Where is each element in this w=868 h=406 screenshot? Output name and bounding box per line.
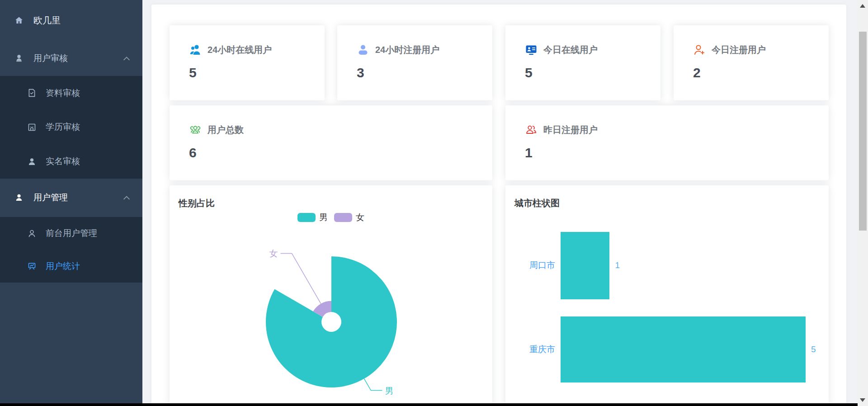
sidebar-item-profile-review[interactable]: 资料审核 — [0, 76, 142, 110]
stat-label: 24小时注册用户 — [375, 44, 439, 56]
pie-slice-male[interactable] — [266, 256, 397, 387]
gender-pie-svg[interactable]: 男 女 — [170, 185, 492, 406]
stat-label: 24小时在线用户 — [208, 44, 272, 56]
sidebar-item-label: 用户管理 — [33, 192, 113, 203]
sidebar-item-user-statistics[interactable]: 用户统计 — [0, 250, 142, 283]
stat-value: 6 — [170, 136, 492, 161]
building-icon — [27, 123, 37, 132]
user-icon — [357, 43, 369, 56]
stat-label: 今日在线用户 — [543, 44, 598, 56]
city-bar-chart-card[interactable]: 城市柱状图 周口市 1 重庆市 5 — [505, 185, 829, 406]
chevron-up-icon — [123, 196, 130, 200]
sidebar-item-user-review[interactable]: 用户审核 — [0, 41, 142, 76]
sidebar-item-label: 前台用户管理 — [46, 227, 97, 239]
scrollbar-thumb[interactable] — [859, 32, 867, 231]
user-icon — [27, 157, 37, 166]
users-outline-icon — [525, 123, 538, 136]
stat-value: 5 — [505, 56, 660, 80]
stat-label: 用户总数 — [208, 124, 244, 136]
app-title: 欧几里 — [33, 14, 61, 27]
sidebar-item-label: 实名审核 — [46, 156, 80, 167]
stat-value: 3 — [337, 56, 492, 80]
main-content-panel: 24小时在线用户 5 24小时注册用户 3 今日在线用户 5 — [151, 5, 846, 406]
bar-rect[interactable] — [561, 232, 609, 299]
bottom-edge-strip — [0, 403, 858, 406]
sidebar-item-realname-review[interactable]: 实名审核 — [0, 144, 142, 179]
bar-category-label: 周口市 — [505, 260, 555, 270]
stat-card-online-24h: 24小时在线用户 5 — [170, 25, 325, 100]
stat-label: 昨日注册用户 — [543, 124, 598, 136]
stat-label: 今日注册用户 — [712, 44, 766, 56]
stat-card-registered-yesterday: 昨日注册用户 1 — [505, 105, 829, 180]
sidebar: 欧几里 用户审核 资料审核 学历审核 — [0, 0, 142, 406]
users-outline-icon — [189, 123, 202, 136]
home-icon — [14, 16, 24, 25]
stat-value: 2 — [674, 56, 829, 80]
sidebar-item-front-user-management[interactable]: 前台用户管理 — [0, 217, 142, 250]
sidebar-item-label: 用户审核 — [33, 52, 113, 64]
user-add-icon — [693, 43, 706, 56]
pie-label-male: 男 — [385, 386, 394, 396]
stat-card-registered-today: 今日注册用户 2 — [674, 25, 829, 100]
scroll-down-arrow-icon[interactable] — [860, 398, 865, 402]
bar-value-label: 1 — [615, 260, 620, 270]
pie-labelline-male — [364, 379, 382, 391]
submenu-user-management: 前台用户管理 用户统计 — [0, 217, 142, 283]
submenu-user-review: 资料审核 学历审核 实名审核 — [0, 76, 142, 179]
sidebar-item-label: 资料审核 — [46, 87, 80, 99]
user-icon — [14, 193, 24, 202]
user-outline-icon — [27, 229, 37, 238]
gender-ratio-chart-card[interactable]: 性别占比 男 女 男 女 — [170, 185, 492, 406]
stat-value: 5 — [170, 56, 325, 80]
pie-label-female: 女 — [269, 249, 278, 258]
vertical-scrollbar[interactable] — [858, 0, 868, 406]
bar-rect[interactable] — [561, 316, 806, 382]
sidebar-item-user-management[interactable]: 用户管理 — [0, 179, 142, 217]
city-bar-plot: 周口市 1 重庆市 5 — [505, 185, 829, 406]
scroll-up-arrow-icon[interactable] — [860, 4, 865, 8]
chevron-up-icon — [123, 57, 130, 61]
bar-category-label: 重庆市 — [505, 345, 555, 354]
id-card-icon — [525, 43, 538, 56]
stat-card-registered-24h: 24小时注册用户 3 — [337, 25, 492, 100]
sidebar-item-label: 学历审核 — [46, 121, 80, 133]
sidebar-item-label: 用户统计 — [46, 260, 80, 272]
bar-value-label: 5 — [811, 345, 816, 354]
stat-card-total-users: 用户总数 6 — [170, 105, 492, 180]
logo-row[interactable]: 欧几里 — [0, 0, 142, 41]
user-solid-icon — [14, 54, 24, 63]
users-group-icon — [189, 43, 202, 56]
chart-board-icon — [27, 261, 37, 271]
document-check-icon — [27, 88, 37, 98]
stat-card-online-today: 今日在线用户 5 — [505, 25, 660, 100]
stat-value: 1 — [505, 136, 829, 161]
sidebar-item-education-review[interactable]: 学历审核 — [0, 110, 142, 145]
